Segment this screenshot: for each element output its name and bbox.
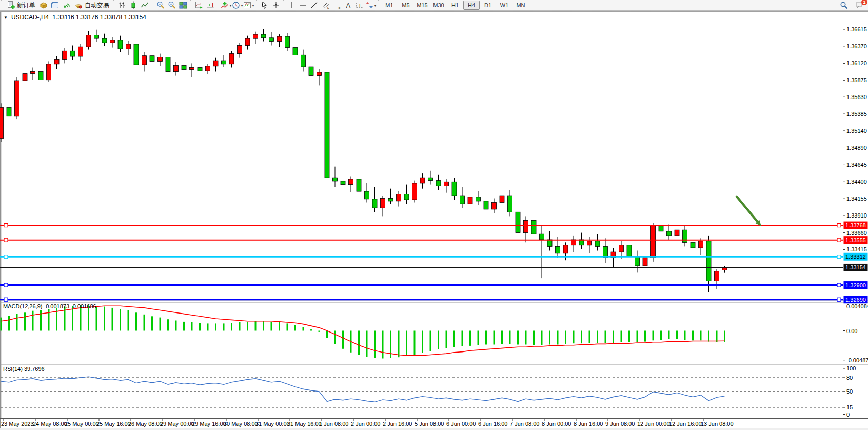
candle [7,107,11,116]
tile-windows-button[interactable] [177,1,189,10]
new-order-button[interactable]: 新订单 [4,1,38,10]
candle [516,212,520,232]
toolbar-group-trade: 新订单 自动交易 [1,0,113,10]
candle [349,179,353,185]
toolbar-group-dropdowns: ▾ ▾ ▾ [218,0,256,10]
level-handle[interactable] [837,283,841,287]
indicators-icon [221,1,229,9]
price-tick-label: 1.33910 [846,212,867,219]
timeframe-h4-button[interactable]: H4 [463,1,480,10]
signals-icon [62,1,70,9]
candle [261,34,266,38]
level-handle[interactable] [837,224,841,227]
autotrading-button[interactable]: 自动交易 [72,1,112,10]
level-handle[interactable] [4,238,8,242]
price-level-tag-label: 1.32690 [845,297,866,303]
price-level-tag-label: 1.33768 [845,222,866,228]
time-tick-label: 9 Jun 08:00 [605,421,635,427]
candle [556,246,560,253]
market-button[interactable] [38,1,49,10]
chevron-down-icon: ▾ [229,3,231,8]
rsi-tick-label: 80 [846,375,853,381]
price-level-tag-label: 1.32900 [845,282,866,288]
candle [547,240,552,246]
level-handle[interactable] [837,298,841,301]
search-button[interactable] [838,1,850,10]
zoom-out-icon [168,1,176,9]
candle [643,258,647,266]
timeframe-m1-button[interactable]: M1 [381,1,398,10]
timeframe-h1-button[interactable]: H1 [447,1,463,10]
text-button[interactable]: A [343,1,354,10]
fibonacci-icon: F [333,1,341,9]
candle [102,38,107,43]
indicators-button[interactable]: ▾ [221,1,232,10]
trendline-button[interactable] [309,1,320,10]
level-handle[interactable] [4,255,8,259]
line-chart-button[interactable] [139,1,150,10]
candle [285,36,290,48]
time-axis[interactable]: 23 May 202324 May 08:0025 May 00:0025 Ma… [1,419,734,427]
status-strip [0,428,868,430]
web-terminal-button[interactable] [49,1,61,10]
autoscroll-button[interactable] [193,1,205,10]
candlestick-chart-button[interactable] [128,1,139,10]
candle [142,56,147,65]
timeframe-d1-button[interactable]: D1 [480,1,496,10]
text-label-button[interactable]: T [354,1,365,10]
level-handle[interactable] [4,224,8,227]
timeframe-w1-button[interactable]: W1 [496,1,512,10]
candle [126,44,131,49]
macd-signal-line [1,306,725,355]
bar-chart-button[interactable] [116,1,128,10]
new-order-label: 新订单 [17,1,35,10]
price-tick-label: 1.36120 [846,60,867,66]
level-handle[interactable] [837,255,841,259]
price-axis[interactable]: 1.366151.363701.361201.358751.356301.353… [843,11,868,419]
periods-button[interactable]: ▾ [232,1,243,10]
arrows-button[interactable]: ▾ [365,1,377,10]
price-tick-label: 1.35630 [846,94,867,100]
cursor-button[interactable] [259,1,270,10]
horizontal-line-button[interactable] [298,1,309,10]
vertical-line-button[interactable] [286,1,298,10]
level-handle[interactable] [4,298,8,301]
zoom-out-button[interactable] [166,1,177,10]
price-tick-label: 1.35875 [846,77,867,83]
candle [118,40,123,49]
time-tick-label: 26 May 08:00 [128,421,163,427]
package-icon [40,1,48,9]
level-handle[interactable] [837,238,841,242]
candle [436,181,441,186]
autotrading-label: 自动交易 [85,1,109,10]
time-tick-label: 29 May 16:00 [192,421,226,427]
timeframe-m15-button[interactable]: M15 [414,1,430,10]
level-handle[interactable] [4,283,8,287]
candle [190,68,194,70]
chevron-down-icon[interactable]: ▼ [4,15,8,20]
crosshair-button[interactable] [270,1,282,10]
candle [23,74,27,81]
candle [428,178,433,180]
notifications-button[interactable]: 1 [854,1,865,10]
candle [86,35,91,47]
signals-button[interactable] [61,1,72,10]
price-chart-svg[interactable]: 1.366151.363701.361201.358751.356301.353… [0,0,868,430]
price-tick-label: 1.34645 [846,162,867,168]
toolbar-group-objects: E F A T ▾ [283,0,378,10]
candle [635,256,640,266]
timeframe-m30-button[interactable]: M30 [430,1,447,10]
equidistant-channel-button[interactable]: E [320,1,331,10]
templates-button[interactable]: ▾ [243,1,254,10]
fibonacci-button[interactable]: F [331,1,343,10]
svg-text:T: T [359,3,362,8]
candle [309,67,313,75]
timeframe-m5-button[interactable]: M5 [398,1,414,10]
candle [301,55,306,67]
timeframe-mn-button[interactable]: MN [512,1,529,10]
chart-shift-button[interactable] [205,1,216,10]
zoom-in-button[interactable] [155,1,166,10]
horizontal-line-icon [299,1,307,9]
price-level-tag-label: 1.33312 [845,253,866,260]
annotation-arrow[interactable] [737,197,761,226]
